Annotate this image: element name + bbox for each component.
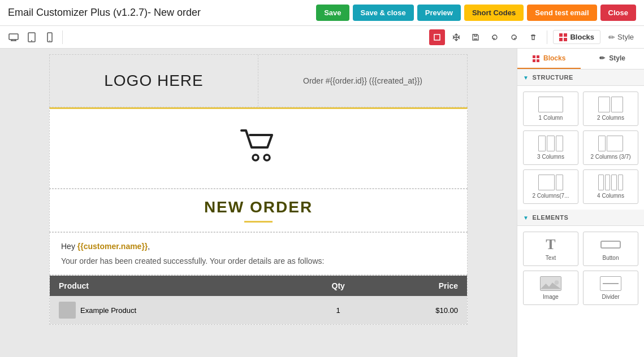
blocks-tab[interactable]: Blocks (553, 30, 600, 44)
toolbar: Blocks ✏ Style (0, 26, 644, 49)
divider-icon-box (600, 276, 621, 291)
save-close-button[interactable]: Save & close (353, 5, 414, 21)
svg-rect-0 (9, 34, 18, 40)
structure-collapse-arrow: ▼ (523, 75, 529, 81)
svg-point-5 (31, 40, 32, 41)
element-image[interactable]: Image (523, 271, 578, 305)
email-canvas[interactable]: LOGO HERE Order #{{order.id}} ({{created… (0, 49, 517, 357)
struct-1col-icon (538, 97, 563, 112)
logo-placeholder: LOGO HERE (104, 72, 204, 90)
elements-label: ELEMENTS (532, 214, 568, 221)
structure-1col[interactable]: 1 Column (523, 92, 578, 126)
mobile-view-icon[interactable] (42, 29, 58, 45)
pencil-icon: ✏ (608, 33, 615, 42)
svg-point-7 (49, 40, 50, 41)
blocks-label: Blocks (570, 33, 594, 41)
elements-section-header[interactable]: ▼ ELEMENTS (517, 210, 644, 226)
logo-bold: LOGO (104, 72, 152, 89)
image-element-icon (538, 276, 563, 291)
preview-button[interactable]: Preview (417, 5, 461, 21)
style-label: Style (617, 33, 634, 41)
send-test-button[interactable]: Send test email (527, 5, 597, 21)
app-header: Email Customizer Plus (v1.2.7)- New orde… (0, 0, 644, 26)
blocks-grid-icon (559, 33, 567, 41)
qty-cell: 1 (299, 306, 378, 315)
style-tab-pencil-icon: ✏ (599, 54, 605, 62)
customer-name-var: {{customer.name}} (77, 242, 148, 251)
button-rect-icon (600, 241, 621, 249)
selected-indicator-icon[interactable] (429, 29, 445, 45)
divider-element-icon (598, 276, 623, 291)
table-header-price: Price (378, 281, 458, 290)
toolbar-separator-2 (547, 31, 547, 44)
style-tab-label: Style (609, 54, 625, 62)
image-icon-shape (540, 276, 561, 291)
shortcodes-button[interactable]: Short Codes (464, 5, 524, 21)
tab-style[interactable]: ✏ Style (581, 49, 644, 69)
app-title: Email Customizer Plus (v1.2.7)- New orde… (8, 7, 201, 19)
image-icon-top (541, 277, 561, 291)
order-placeholder-text: Order #{{order.id}} ({{created_at}}) (303, 76, 422, 85)
undo-icon[interactable] (487, 29, 503, 45)
divider-line-shape (603, 283, 619, 284)
svg-point-9 (253, 155, 258, 160)
svg-rect-14 (537, 59, 539, 62)
structure-4col[interactable]: 4 Columns (583, 169, 638, 204)
panel-tabs: Blocks ✏ Style (517, 49, 644, 69)
element-divider[interactable]: Divider (583, 271, 638, 305)
svg-point-10 (264, 155, 270, 160)
tablet-view-icon[interactable] (24, 29, 40, 45)
button-element-icon (598, 237, 623, 252)
struct-1col-label: 1 Column (539, 115, 563, 121)
elements-collapse-arrow: ▼ (523, 215, 529, 221)
close-button[interactable]: Close (600, 5, 636, 21)
save-button[interactable]: Save (316, 5, 349, 21)
structure-section-header[interactable]: ▼ STRUCTURE (517, 69, 644, 86)
product-table-section: Product Qty Price Example Product 1 $10.… (49, 275, 468, 325)
table-header-qty: Qty (299, 281, 378, 290)
svg-rect-11 (533, 55, 535, 58)
structure-2col[interactable]: 2 Columns (583, 92, 638, 126)
style-tab[interactable]: ✏ Style (604, 31, 638, 44)
svg-rect-13 (533, 59, 535, 62)
blocks-tab-icon (533, 54, 541, 62)
structure-2col-37[interactable]: 2 Columns (3/7) (583, 130, 638, 165)
redo-icon[interactable] (506, 29, 522, 45)
text-element-icon: T (538, 237, 563, 252)
text-element-label: Text (546, 255, 556, 261)
table-header-row: Product Qty Price (50, 276, 467, 296)
table-row-1: Example Product 1 $10.00 (50, 296, 467, 324)
right-panel: Blocks ✏ Style ▼ STRUCTURE 1 Column (517, 49, 644, 357)
struct-2col-73-icon (538, 175, 563, 190)
element-button[interactable]: Button (583, 232, 638, 266)
greeting-text: Hey {{customer.name}}, (61, 242, 456, 251)
struct-2col-icon (598, 97, 623, 112)
svg-point-16 (555, 280, 559, 285)
title-section[interactable]: NEW ORDER (49, 189, 468, 232)
order-title: NEW ORDER (61, 198, 456, 216)
header-buttons: Save Save & close Preview Short Codes Se… (316, 5, 636, 21)
text-T-symbol: T (546, 236, 555, 253)
structure-grid: 1 Column 2 Columns 3 Columns (517, 86, 644, 210)
title-underline (244, 221, 273, 223)
order-info-cell: Order #{{order.id}} ({{created_at}}) (258, 55, 467, 107)
order-message: Your order has been created successfully… (61, 256, 456, 265)
drag-icon[interactable] (448, 29, 464, 45)
divider-element-label: Divider (602, 294, 619, 300)
toolbar-right-actions: Blocks ✏ Style (429, 29, 638, 45)
save-icon[interactable] (468, 29, 483, 45)
product-name: Example Product (80, 306, 136, 315)
delete-icon[interactable] (525, 29, 541, 45)
text-section[interactable]: Hey {{customer.name}}, Your order has be… (49, 232, 468, 275)
logo-section[interactable]: LOGO HERE Order #{{order.id}} ({{created… (49, 54, 468, 107)
price-cell: $10.00 (378, 306, 458, 315)
tab-blocks[interactable]: Blocks (517, 49, 581, 69)
element-text[interactable]: T Text (523, 232, 578, 266)
structure-3col[interactable]: 3 Columns (523, 130, 578, 165)
button-element-label: Button (603, 255, 619, 261)
svg-rect-12 (537, 55, 539, 58)
desktop-view-icon[interactable] (6, 29, 21, 45)
structure-2col-73[interactable]: 2 Columns(7... (523, 169, 578, 204)
cart-section[interactable] (49, 107, 468, 189)
product-thumbnail (59, 302, 76, 319)
